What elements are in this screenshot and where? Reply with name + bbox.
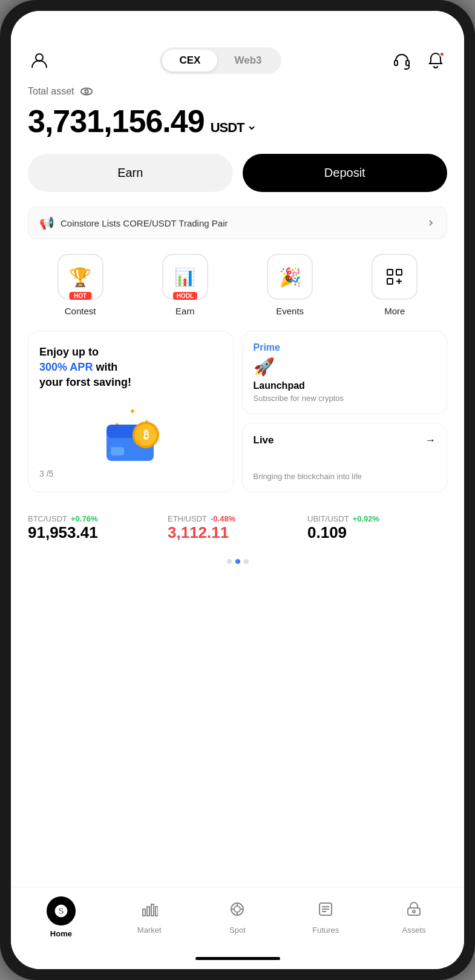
contest-label: Contest xyxy=(65,306,96,316)
nav-futures[interactable]: Futures xyxy=(281,901,370,935)
launchpad-card[interactable]: Prime 🚀 Launchpad Subscribe for new cryp… xyxy=(242,331,448,414)
svg-point-3 xyxy=(81,88,92,95)
dot-1 xyxy=(227,559,232,564)
home-svg-icon: S xyxy=(54,904,68,918)
contest-item[interactable]: 🏆 HOT Contest xyxy=(57,254,103,316)
prime-label: Prime xyxy=(254,342,436,353)
main-content: Total asset 3,731,156.49 USDT Earn De xyxy=(11,85,464,887)
more-icon-box xyxy=(372,254,418,300)
more-label: More xyxy=(384,306,405,316)
dot-2 xyxy=(235,559,240,564)
svg-rect-1 xyxy=(395,61,398,65)
assets-label: Assets xyxy=(402,925,426,935)
home-icon: S xyxy=(47,896,76,925)
svg-point-36 xyxy=(413,910,415,913)
dot-3 xyxy=(244,559,249,564)
nav-assets[interactable]: Assets xyxy=(370,901,458,935)
action-buttons: Earn Deposit xyxy=(28,154,447,192)
total-asset-label: Total asset xyxy=(28,85,447,98)
events-icon-box: 🎉 xyxy=(267,254,313,300)
hodl-badge: HODL xyxy=(173,292,197,300)
web3-tab[interactable]: Web3 xyxy=(217,50,278,71)
announcement-icon: 📢 xyxy=(39,216,54,230)
events-item[interactable]: 🎉 Events xyxy=(267,254,313,316)
market-label: Market xyxy=(137,925,162,935)
announcement-text: Coinstore Lists CORE/USDT Trading Pair xyxy=(61,218,228,228)
header-icons xyxy=(390,49,447,72)
contest-icon-box: 🏆 HOT xyxy=(57,254,103,300)
futures-label: Futures xyxy=(312,925,339,935)
more-item[interactable]: More xyxy=(372,254,418,316)
svg-rect-22 xyxy=(147,907,149,916)
live-card[interactable]: Live → Bringing the blockchain into life xyxy=(242,423,448,492)
ubit-ticker[interactable]: UBIT/USDT +0.92% 0.109 xyxy=(307,509,447,547)
nav-spot[interactable]: Spot xyxy=(194,901,282,935)
card-counter: 3 /5 xyxy=(39,469,222,478)
status-bar xyxy=(11,11,464,41)
svg-rect-7 xyxy=(387,279,393,284)
eth-ticker[interactable]: ETH/USDT -0.48% 3,112.11 xyxy=(168,509,307,547)
deposit-button[interactable]: Deposit xyxy=(243,154,448,192)
btc-ticker[interactable]: BTC/USDT +0.76% 91,953.41 xyxy=(28,509,168,547)
wallet-illustration: ✦ ✦ ✦ xyxy=(39,403,222,464)
svg-rect-15 xyxy=(111,447,124,455)
bottom-nav: S Home Market xyxy=(11,887,464,947)
svg-point-4 xyxy=(85,90,89,93)
more-grid-icon xyxy=(384,266,405,288)
profile-button[interactable] xyxy=(28,49,51,72)
nav-market[interactable]: Market xyxy=(105,901,194,935)
rocket-icon: 🚀 xyxy=(254,357,436,377)
apr-card-text: Enjoy up to 300% APR with your forst sav… xyxy=(39,345,222,391)
svg-text:S: S xyxy=(58,906,64,916)
home-label: Home xyxy=(50,929,72,938)
ticker-dots xyxy=(28,559,447,564)
mode-toggle: CEX Web3 xyxy=(160,47,281,74)
launchpad-title: Launchpad xyxy=(254,380,436,391)
svg-text:✦: ✦ xyxy=(129,406,136,416)
apr-card[interactable]: Enjoy up to 300% APR with your forst sav… xyxy=(28,331,234,492)
svg-rect-5 xyxy=(387,270,393,275)
notification-dot xyxy=(439,51,445,57)
svg-rect-21 xyxy=(143,909,145,916)
total-amount: 3,731,156.49 USDT xyxy=(28,103,447,139)
assets-icon xyxy=(405,901,422,922)
cex-tab[interactable]: CEX xyxy=(162,50,217,71)
home-indicator-line xyxy=(195,957,280,960)
svg-text:₿: ₿ xyxy=(143,429,148,441)
earn-icon-box: 📊 HODL xyxy=(162,254,208,300)
currency-badge: USDT xyxy=(211,120,257,136)
announcement-bar[interactable]: 📢 Coinstore Lists CORE/USDT Trading Pair xyxy=(28,207,447,239)
svg-rect-6 xyxy=(396,270,402,275)
eye-icon[interactable] xyxy=(80,85,93,98)
svg-rect-24 xyxy=(156,907,158,916)
svg-rect-2 xyxy=(406,61,409,65)
events-label: Events xyxy=(276,306,304,316)
feature-icon-grid: 🏆 HOT Contest 📊 HODL Earn 🎉 xyxy=(28,254,447,316)
spot-label: Spot xyxy=(229,925,246,935)
ticker-row: BTC/USDT +0.76% 91,953.41 ETH/USDT -0.48… xyxy=(28,509,447,547)
top-nav: CEX Web3 xyxy=(11,41,464,85)
nav-home[interactable]: S Home xyxy=(17,896,105,938)
earn-label: Earn xyxy=(175,306,195,316)
promo-cards: Enjoy up to 300% APR with your forst sav… xyxy=(28,331,447,492)
svg-rect-23 xyxy=(151,904,154,916)
dropdown-arrow-icon xyxy=(247,123,257,133)
launchpad-desc: Subscribe for new cryptos xyxy=(254,394,436,403)
market-icon xyxy=(141,901,158,922)
chevron-right-icon xyxy=(426,218,436,228)
hot-badge: HOT xyxy=(69,292,91,300)
svg-rect-35 xyxy=(408,908,420,915)
live-desc: Bringing the blockchain into life xyxy=(254,472,436,481)
live-title: Live → xyxy=(254,434,436,446)
earn-item[interactable]: 📊 HODL Earn xyxy=(162,254,208,316)
notification-button[interactable] xyxy=(424,49,447,72)
spot-icon xyxy=(229,901,246,922)
earn-button[interactable]: Earn xyxy=(28,154,233,192)
svg-point-26 xyxy=(234,906,240,912)
home-indicator xyxy=(11,947,464,969)
headset-button[interactable] xyxy=(390,49,413,72)
futures-icon xyxy=(317,901,334,922)
